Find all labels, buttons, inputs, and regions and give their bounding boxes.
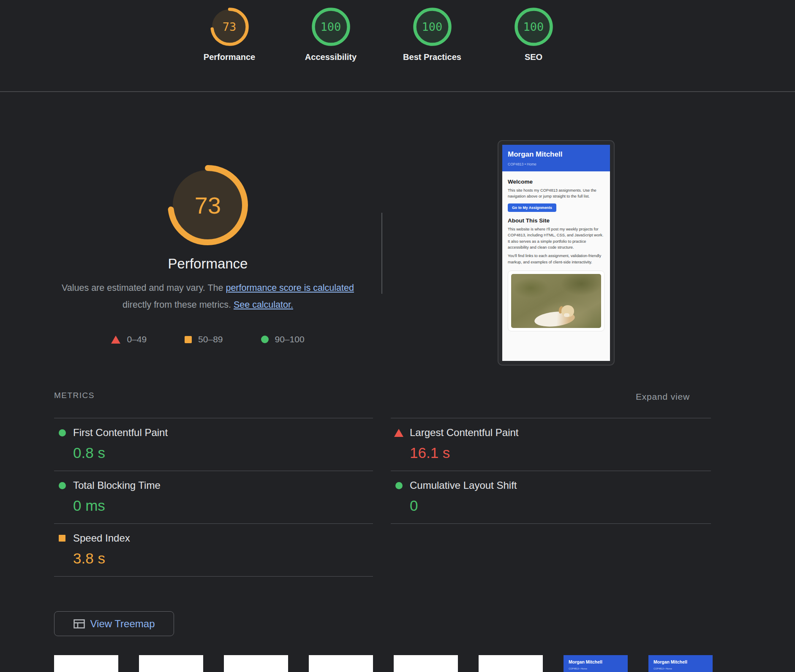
pass-circle-icon — [57, 428, 67, 437]
metric-name: First Contentful Paint — [73, 427, 168, 439]
vertical-divider — [381, 213, 382, 294]
category-best-practices[interactable]: 100 Best Practices — [381, 7, 483, 62]
category-performance[interactable]: 73 Performance — [179, 7, 280, 62]
best-practices-category-label: Best Practices — [403, 52, 461, 62]
performance-main-score: 73 — [167, 165, 248, 246]
metric-total-blocking-time: Total Blocking Time 0 ms — [54, 471, 373, 524]
metrics-grid: First Contentful Paint 0.8 s Largest Con… — [54, 418, 711, 577]
performance-score-calculated-link[interactable]: performance score is calculated — [226, 283, 354, 293]
best-practices-score-value: 100 — [412, 7, 452, 47]
filmstrip-frame-4 — [309, 655, 373, 672]
performance-category-label: Performance — [204, 52, 255, 62]
category-header: 73 Performance 100 Accessibility — [0, 0, 795, 92]
performance-gauge-icon: 73 — [210, 7, 250, 47]
legend-item-fail: 0–49 — [111, 334, 147, 344]
description-text-1: Values are estimated and may vary. The — [62, 283, 226, 293]
filmstrip-frame-3 — [224, 655, 288, 672]
metric-cumulative-layout-shift: Cumulative Layout Shift 0 — [391, 471, 711, 524]
filmstrip-frame-2 — [139, 655, 203, 672]
metric-value: 3.8 s — [73, 550, 373, 567]
pass-circle-icon — [57, 481, 67, 490]
screenshot-site-header: Morgan Mitchell COP4813 • Home — [502, 145, 610, 171]
lighthouse-report: 73 Performance 100 Accessibility — [0, 0, 795, 672]
screenshot-cta-button: Go to My Assignments — [508, 203, 556, 212]
seo-category-label: SEO — [525, 52, 542, 62]
metric-name: Speed Index — [73, 532, 130, 544]
legend-range-fail: 0–49 — [127, 334, 147, 344]
category-gauges-row: 73 Performance 100 Accessibility — [179, 7, 584, 62]
metric-name: Cumulative Layout Shift — [410, 480, 517, 491]
score-legend: 0–49 50–89 90–100 — [60, 334, 356, 344]
performance-section-title: Performance — [102, 256, 313, 272]
screenshot-about-text-2: You'll find links to each assignment, va… — [508, 253, 604, 265]
filmstrip-page-subtitle: COP4813 • Home — [653, 667, 708, 670]
average-square-icon — [185, 336, 192, 343]
screenshot-site-subtitle: COP4813 • Home — [508, 162, 604, 166]
screenshot-site-title: Morgan Mitchell — [508, 150, 604, 159]
fail-triangle-icon — [394, 428, 403, 437]
metric-first-contentful-paint: First Contentful Paint 0.8 s — [54, 418, 373, 471]
see-calculator-link[interactable]: See calculator. — [234, 300, 293, 310]
metric-value: 0 ms — [73, 497, 373, 514]
metric-name: Total Blocking Time — [73, 480, 161, 491]
metric-value: 16.1 s — [410, 444, 711, 461]
filmstrip-frame-6 — [479, 655, 543, 672]
category-accessibility[interactable]: 100 Accessibility — [280, 7, 381, 62]
legend-range-average: 50–89 — [198, 334, 223, 344]
screenshot-welcome-text: This site hosts my COP4813 assignments. … — [508, 187, 604, 200]
dog-photo — [511, 274, 601, 328]
filmstrip-frame-1 — [54, 655, 118, 672]
screenshot-photo-card — [508, 271, 604, 331]
view-treemap-button[interactable]: View Treemap — [54, 611, 174, 636]
accessibility-category-label: Accessibility — [305, 52, 357, 62]
seo-gauge-icon: 100 — [514, 7, 554, 47]
screenshot-page: Morgan Mitchell COP4813 • Home Welcome T… — [502, 145, 610, 361]
performance-score-value: 73 — [210, 7, 250, 47]
legend-item-average: 50–89 — [185, 334, 223, 344]
category-seo[interactable]: 100 SEO — [483, 7, 584, 62]
screenshot-about-text-1: This website is where I'll post my weekl… — [508, 226, 604, 251]
filmstrip-page-subtitle: COP4813 • Home — [569, 667, 623, 670]
metric-name: Largest Contentful Paint — [410, 427, 519, 439]
legend-range-pass: 90–100 — [275, 334, 305, 344]
metric-empty-cell — [391, 524, 711, 577]
metrics-section-label: METRICS — [54, 391, 95, 400]
seo-score-value: 100 — [514, 7, 554, 47]
performance-description: Values are estimated and may vary. The p… — [60, 279, 356, 313]
description-text-2: directly from these metrics. — [123, 300, 234, 310]
expand-view-button[interactable]: Expand view — [636, 392, 690, 402]
best-practices-gauge-icon: 100 — [412, 7, 452, 47]
view-treemap-label: View Treemap — [90, 618, 155, 630]
final-screenshot-thumbnail: Morgan Mitchell COP4813 • Home Welcome T… — [498, 140, 615, 366]
treemap-icon — [74, 619, 85, 629]
fail-triangle-icon — [111, 336, 120, 344]
average-square-icon — [57, 534, 67, 543]
screenshot-welcome-heading: Welcome — [508, 179, 604, 185]
filmstrip-page-title: Morgan Mitchell — [653, 659, 708, 664]
metric-value: 0 — [410, 497, 711, 514]
pass-circle-icon — [261, 336, 269, 343]
metric-speed-index: Speed Index 3.8 s — [54, 524, 373, 577]
screenshot-about-heading: About This Site — [508, 217, 604, 224]
accessibility-score-value: 100 — [311, 7, 351, 47]
screenshot-site-body: Welcome This site hosts my COP4813 assig… — [502, 171, 610, 331]
legend-item-pass: 90–100 — [261, 334, 305, 344]
filmstrip-frame-8: Morgan Mitchell COP4813 • Home — [648, 655, 713, 672]
filmstrip-page-title: Morgan Mitchell — [569, 659, 623, 664]
metric-largest-contentful-paint: Largest Contentful Paint 16.1 s — [391, 418, 711, 471]
filmstrip-frame-7: Morgan Mitchell COP4813 • Home — [564, 655, 628, 672]
dog-snout-shape — [564, 313, 569, 317]
performance-main-gauge: 73 — [167, 165, 248, 246]
pass-circle-icon — [394, 481, 403, 490]
filmstrip-frame-5 — [394, 655, 458, 672]
metric-value: 0.8 s — [73, 444, 373, 461]
accessibility-gauge-icon: 100 — [311, 7, 351, 47]
